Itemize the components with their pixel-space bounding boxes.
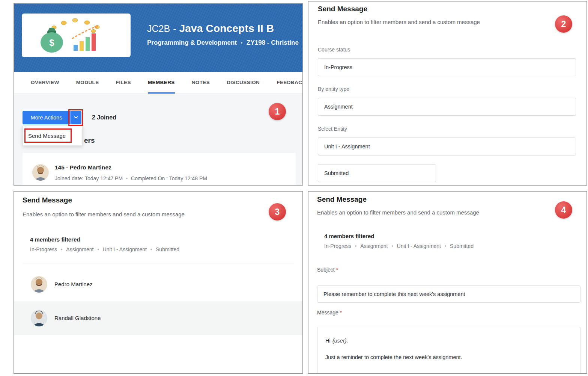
filter-course-status: In-Progress bbox=[30, 246, 57, 252]
step-badge-3: 3 bbox=[269, 203, 286, 220]
member-completed-date: Completed On : Today 12:48 PM bbox=[131, 175, 207, 181]
course-banner-text: JC2B-Java Concepts II B Programming & De… bbox=[147, 23, 299, 47]
tab-discussion[interactable]: DISCUSSION bbox=[227, 72, 260, 94]
message-label: Message* bbox=[317, 310, 342, 316]
dot-separator bbox=[126, 178, 128, 179]
select-entity-value: Unit I - Assignment bbox=[324, 143, 370, 149]
money-bag-illustration: $ bbox=[28, 17, 125, 54]
filter-entity: Unit I - Assignment bbox=[388, 243, 441, 249]
member-joined-date: Joined date: Today 12:47 PM bbox=[55, 175, 123, 181]
annotation-highlight-send-message bbox=[24, 128, 72, 143]
filter-entity-type: Assignment bbox=[57, 246, 93, 252]
step-badge-2: 2 bbox=[555, 15, 572, 33]
filter-entity: Unit I - Assignment bbox=[94, 246, 147, 252]
subject-input[interactable] bbox=[317, 285, 580, 303]
entity-type-select[interactable]: Assignment bbox=[318, 98, 576, 116]
required-asterisk: * bbox=[336, 267, 338, 273]
tab-notes[interactable]: NOTES bbox=[192, 72, 210, 94]
course-title-line: JC2B-Java Concepts II B bbox=[147, 23, 299, 35]
entity-status-value: Submitted bbox=[324, 170, 349, 176]
more-actions-menu: Send Message bbox=[23, 126, 83, 146]
filter-status: Submitted bbox=[147, 246, 179, 252]
members-heading-fragment: ers bbox=[84, 136, 95, 145]
filter-summary: In-Progress Assignment Unit I - Assignme… bbox=[324, 243, 474, 249]
filtered-count: 4 members filtered bbox=[324, 233, 374, 239]
panel-subtitle: Enables an option to filter members and … bbox=[317, 209, 479, 216]
message-user-token: {user}, bbox=[332, 338, 348, 344]
panel-subtitle: Enables an option to filter members and … bbox=[318, 19, 480, 25]
person-icon bbox=[31, 310, 47, 326]
course-status-label: Course status bbox=[318, 47, 350, 53]
step-badge-1: 1 bbox=[269, 103, 286, 120]
person-icon bbox=[32, 164, 49, 181]
course-sub-line: Programming & DevelopmentZY198 - Christi… bbox=[147, 39, 299, 47]
annotation-highlight-caret bbox=[68, 109, 83, 126]
tab-overview[interactable]: OVERVIEW bbox=[31, 72, 59, 94]
more-actions-label: More Actions bbox=[23, 111, 70, 124]
step-badge-4: 4 bbox=[555, 201, 572, 219]
panel-subtitle: Enables an option to filter members and … bbox=[23, 211, 185, 217]
tab-members[interactable]: MEMBERS bbox=[148, 72, 175, 94]
joined-count: 2 Joined bbox=[92, 114, 116, 121]
filter-summary: In-Progress Assignment Unit I - Assignme… bbox=[30, 246, 179, 252]
course-tabbar: OVERVIEW MODULE FILES MEMBERS NOTES DISC… bbox=[14, 72, 302, 94]
message-body-line: Just a reminder to complete the next wee… bbox=[325, 354, 462, 360]
svg-text:$: $ bbox=[49, 38, 54, 48]
avatar-randall bbox=[31, 310, 47, 326]
course-logo-card: $ bbox=[22, 14, 131, 57]
dot-separator bbox=[241, 42, 242, 44]
filter-course-status: In-Progress bbox=[324, 243, 351, 249]
course-code: JC2B bbox=[147, 23, 170, 34]
money-bag-icon: $ bbox=[41, 28, 63, 53]
person-icon bbox=[31, 276, 47, 293]
member-row-name: Pedro Martinez bbox=[54, 281, 93, 287]
course-title-dash: - bbox=[173, 23, 176, 34]
course-batch: ZY198 - Christine bbox=[247, 39, 299, 46]
avatar-pedro bbox=[31, 276, 47, 293]
entity-status-select[interactable]: Submitted bbox=[318, 164, 436, 182]
filtered-count: 4 members filtered bbox=[30, 236, 80, 243]
list-divider bbox=[23, 264, 294, 264]
course-banner: $ JC2B-Java Concepts II B Program bbox=[14, 4, 302, 72]
member-meta: Joined date: Today 12:47 PMCompleted On … bbox=[55, 175, 207, 181]
course-title: Java Concepts II B bbox=[179, 23, 274, 34]
member-row-randall[interactable]: Randall Gladstone bbox=[14, 301, 302, 335]
more-actions-button[interactable]: More Actions bbox=[23, 111, 81, 124]
panel-title: Send Message bbox=[317, 195, 367, 204]
bar-chart-icon bbox=[72, 26, 98, 51]
send-message-filter-panel: Send Message Enables an option to filter… bbox=[308, 1, 587, 186]
course-members-panel: $ JC2B-Java Concepts II B Program bbox=[14, 3, 303, 186]
tab-feedback[interactable]: FEEDBACK bbox=[277, 72, 303, 94]
course-status-select[interactable]: In-Progress bbox=[318, 58, 576, 76]
member-row-pedro[interactable]: Pedro Martinez bbox=[14, 267, 302, 301]
course-category: Programming & Development bbox=[147, 39, 237, 46]
tab-module[interactable]: MODULE bbox=[76, 72, 99, 94]
entity-type-label: By entity type bbox=[318, 86, 349, 92]
message-textarea[interactable]: Hi{user}, Just a reminder to complete th… bbox=[317, 327, 580, 374]
member-row-name: Randall Gladstone bbox=[54, 315, 101, 321]
panel-title: Send Message bbox=[318, 5, 367, 13]
member-card[interactable]: 145 - Pedro Martinez Joined date: Today … bbox=[23, 153, 296, 186]
subject-label: Subject* bbox=[317, 267, 338, 273]
member-name: Pedro Martinez bbox=[70, 164, 111, 171]
message-label-text: Message bbox=[317, 310, 338, 316]
compose-message-panel: Send Message Enables an option to filter… bbox=[308, 191, 587, 374]
tab-files[interactable]: FILES bbox=[116, 72, 131, 94]
filtered-members-panel: Send Message Enables an option to filter… bbox=[14, 191, 303, 374]
panel-title: Send Message bbox=[23, 196, 72, 204]
subject-label-text: Subject bbox=[317, 267, 335, 273]
message-greeting: Hi bbox=[325, 338, 331, 344]
select-entity-label: Select Entity bbox=[318, 126, 347, 132]
avatar-pedro bbox=[32, 164, 49, 181]
filter-entity-type: Assignment bbox=[351, 243, 388, 249]
filter-status: Submitted bbox=[441, 243, 474, 249]
entity-type-value: Assignment bbox=[324, 104, 353, 110]
message-greeting-line: Hi{user}, bbox=[325, 338, 348, 344]
member-id: 145 - bbox=[55, 164, 68, 171]
select-entity-select[interactable]: Unit I - Assignment bbox=[318, 137, 576, 156]
course-status-value: In-Progress bbox=[324, 64, 352, 70]
member-name-line: 145 - Pedro Martinez bbox=[55, 164, 111, 171]
required-asterisk: * bbox=[340, 310, 342, 316]
